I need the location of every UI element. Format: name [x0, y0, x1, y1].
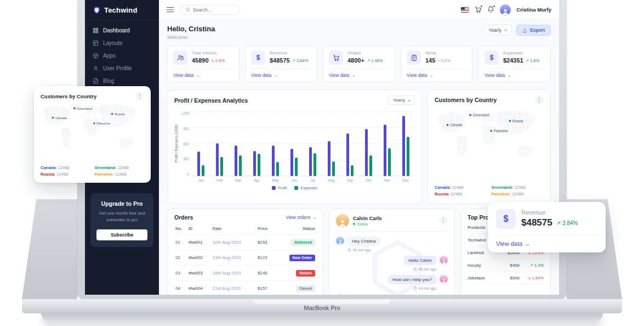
chart-period-select[interactable]: Yearly: [388, 95, 415, 105]
map-label: Greenland: [473, 113, 489, 117]
user-name[interactable]: Cristina Murfy: [516, 7, 551, 13]
view-data-link[interactable]: View data →: [173, 69, 233, 82]
bar-group: [210, 111, 229, 176]
view-data-link[interactable]: View data →: [485, 69, 545, 82]
stat-delta: ↗ 1.46%: [367, 58, 383, 63]
stat-delta: ~ 0.0%: [437, 58, 451, 63]
avatar: [336, 294, 344, 295]
country-stat: Russia 12468: [41, 172, 90, 177]
profit-bar: [197, 151, 200, 176]
period-select[interactable]: Yearly: [483, 25, 512, 36]
bell-badge: [493, 5, 495, 8]
map-label: Russia: [512, 119, 523, 123]
view-data-link[interactable]: View data →: [496, 235, 597, 247]
us-flag-icon[interactable]: [461, 7, 469, 13]
legend-item[interactable]: Expenses: [294, 186, 317, 190]
stat-value: $48575: [521, 217, 552, 228]
profit-bar: [309, 147, 312, 176]
chat-header: Calvin Carlo Online ⋮: [336, 214, 448, 232]
user-avatar[interactable]: [500, 4, 511, 15]
sidebar-item-apps[interactable]: Apps: [85, 49, 159, 62]
map-marker-russia: [111, 113, 113, 115]
y-tick-label: 1200: [181, 111, 189, 115]
sidebar-item-user-profile[interactable]: User Profile: [85, 62, 159, 75]
chat-message: Nice to meet you: [336, 294, 448, 295]
profit-bar: [346, 133, 349, 176]
list-item: Jobstack $546 ↘ 1.54%: [468, 272, 544, 284]
customers-by-country-card: Customers by Country ⋮: [428, 89, 551, 204]
cart-icon[interactable]: [475, 6, 482, 13]
expenses-bar: [239, 155, 242, 176]
blog-icon: [93, 78, 99, 84]
stat-label: Revenue: [270, 50, 308, 55]
macbook-mockup: Techwind Dashboard Layouts Apps: [0, 0, 644, 326]
stat-label: Expenses: [503, 50, 539, 55]
search-input[interactable]: [193, 7, 235, 13]
bell-icon[interactable]: [487, 6, 494, 13]
subscribe-button[interactable]: Subscribe: [96, 229, 147, 240]
status-badge: Cancel: [296, 285, 315, 292]
search-box[interactable]: [180, 5, 240, 15]
view-data-link[interactable]: View data →: [407, 69, 467, 82]
expenses-bar: [276, 162, 279, 176]
sidebar-item-dashboard[interactable]: Dashboard: [85, 24, 159, 37]
profit-bar: [290, 149, 293, 176]
x-tick-label: Jul: [304, 178, 322, 182]
expenses-bar: [369, 155, 372, 176]
y-tick-label: 900: [183, 127, 189, 131]
user-icon: [93, 65, 99, 71]
stat-card-revenue: $ Revenue $48575↗ 3.84% View data →: [245, 46, 317, 82]
map-label: Canada: [55, 116, 67, 120]
profit-bar: [216, 143, 219, 176]
cart-icon: [329, 50, 343, 65]
country-stat: Canada 12468: [41, 165, 90, 170]
col-header: No.: [174, 223, 187, 235]
view-data-link[interactable]: View data →: [251, 69, 311, 82]
menu-icon[interactable]: [167, 7, 174, 12]
kebab-menu-icon[interactable]: ⋮: [439, 216, 448, 225]
expenses-bar: [258, 154, 260, 176]
topbar: Cristina Murfy: [159, 0, 559, 20]
online-dot: [353, 223, 355, 225]
device-label: MacBook Pro: [22, 305, 622, 311]
kebab-menu-icon[interactable]: ⋮: [535, 95, 544, 104]
upgrade-title: Upgrade to Pro: [96, 200, 147, 207]
product-delta: ↗ 1.3%: [523, 263, 544, 268]
chat-message: Hello Calvin: [336, 256, 448, 265]
stat-value: $24351: [503, 57, 523, 64]
status-badge: Delivered: [291, 239, 315, 246]
stat-label: Revenue: [521, 209, 578, 216]
map-marker-palestine: [93, 122, 95, 125]
brand-name: Techwind: [104, 6, 138, 14]
country-stats: Canada 12468 Greenland 12468 Russia 1246…: [41, 165, 144, 178]
view-data-link[interactable]: View data →: [329, 69, 389, 82]
avatar: [440, 275, 448, 283]
sidebar-item-label: User Profile: [103, 65, 132, 71]
chevron-down-icon: [408, 98, 411, 102]
status-badge: New Order: [289, 255, 315, 261]
stat-delta: ↘ 0.5%: [211, 58, 225, 63]
bar-group: [340, 111, 359, 176]
legend-swatch: [294, 186, 298, 190]
profit-bar: [253, 151, 256, 176]
sidebar-item-layouts[interactable]: Layouts: [85, 37, 159, 49]
users-icon: [173, 50, 187, 65]
country-stat: Canada 12468: [435, 185, 487, 190]
brand[interactable]: Techwind: [85, 0, 159, 20]
box-icon: [407, 50, 421, 65]
stat-label: Orders: [347, 50, 383, 55]
chat-message: How can i help you?: [336, 275, 448, 284]
profit-bar: [272, 145, 275, 176]
country-stat: Russia 12468: [435, 192, 487, 196]
sidebar-item-blog[interactable]: Blog: [85, 75, 159, 87]
map-marker-greenland: [73, 107, 76, 109]
kebab-menu-icon[interactable]: ⋮: [135, 92, 144, 100]
bar-group: [378, 111, 396, 176]
page-subtitle: Welcome!: [167, 35, 215, 40]
page-content: Hello, Cristina Welcome! Yearly Export: [159, 20, 559, 295]
legend-item[interactable]: Profit: [272, 186, 287, 190]
x-tick-label: Jun: [285, 178, 304, 182]
view-orders-link[interactable]: View orders →: [286, 215, 316, 220]
map-label: Canada: [450, 123, 463, 127]
export-button[interactable]: Export: [516, 25, 551, 36]
